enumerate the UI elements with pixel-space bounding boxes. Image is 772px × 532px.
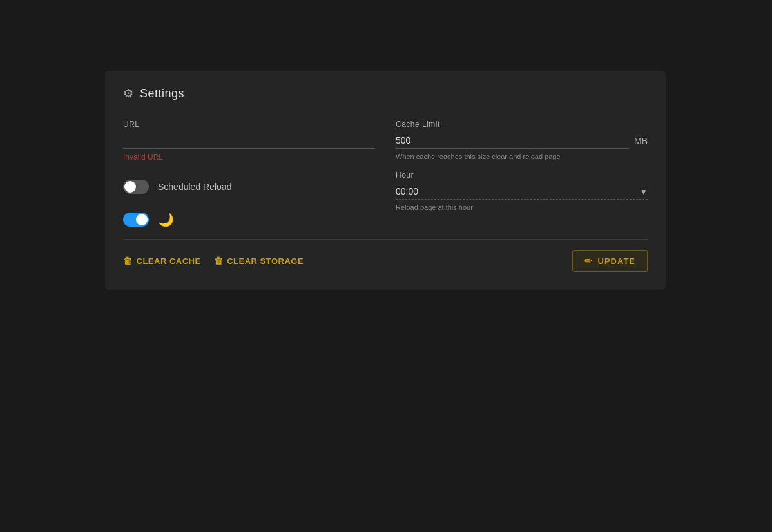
- clear-storage-label: CLEAR STORAGE: [227, 256, 304, 266]
- update-icon: ✏: [584, 256, 593, 266]
- clear-storage-button[interactable]: 🗑 CLEAR STORAGE: [214, 253, 304, 269]
- cache-unit-label: MB: [634, 136, 648, 149]
- cache-limit-group: Cache Limit MB When cache reaches this s…: [396, 120, 648, 160]
- update-label: UPDATE: [598, 256, 635, 266]
- dark-mode-knob: [136, 214, 148, 225]
- hour-helper: Reload page at this hour: [396, 204, 648, 211]
- left-column: URL Invalid URL Scheduled Reload 🌙: [123, 120, 375, 227]
- cache-limit-input[interactable]: [396, 133, 629, 149]
- cache-limit-label: Cache Limit: [396, 120, 648, 129]
- clear-cache-label: CLEAR CACHE: [137, 256, 201, 266]
- settings-panel: ⚙ Settings URL Invalid URL Scheduled Rel…: [105, 71, 666, 290]
- settings-header: ⚙ Settings: [123, 86, 648, 104]
- settings-title: Settings: [140, 87, 184, 100]
- update-button[interactable]: ✏ UPDATE: [572, 250, 648, 272]
- clear-cache-button[interactable]: 🗑 CLEAR CACHE: [123, 253, 201, 269]
- url-field-group: URL Invalid URL: [123, 120, 375, 162]
- scheduled-reload-row: Scheduled Reload: [123, 180, 375, 194]
- gear-icon: ⚙: [123, 86, 133, 100]
- scheduled-reload-label: Scheduled Reload: [158, 182, 231, 192]
- url-error: Invalid URL: [123, 153, 375, 162]
- moon-icon: 🌙: [158, 212, 174, 227]
- hour-select[interactable]: 00:0001:0002:0003:0004:0005:0006:0007:00…: [396, 184, 648, 200]
- hour-select-wrapper: 00:0001:0002:0003:0004:0005:0006:0007:00…: [396, 184, 648, 200]
- dark-mode-row: 🌙: [123, 212, 375, 227]
- dark-mode-toggle[interactable]: [123, 213, 149, 227]
- action-buttons: 🗑 CLEAR CACHE 🗑 CLEAR STORAGE: [123, 253, 304, 269]
- url-label: URL: [123, 120, 375, 129]
- trash-icon-storage: 🗑: [214, 256, 224, 266]
- settings-body: URL Invalid URL Scheduled Reload 🌙: [123, 120, 648, 227]
- bottom-row: 🗑 CLEAR CACHE 🗑 CLEAR STORAGE ✏ UPDATE: [123, 250, 648, 272]
- cache-limit-helper: When cache reaches this size clear and r…: [396, 153, 648, 160]
- trash-icon-cache: 🗑: [123, 256, 133, 266]
- cache-limit-row: MB: [396, 133, 648, 149]
- hour-group: Hour 00:0001:0002:0003:0004:0005:0006:00…: [396, 171, 648, 211]
- right-column: Cache Limit MB When cache reaches this s…: [396, 120, 648, 227]
- toggle-knob: [124, 181, 136, 193]
- scheduled-reload-toggle[interactable]: [123, 180, 149, 194]
- divider: [123, 239, 648, 240]
- hour-label: Hour: [396, 171, 648, 180]
- url-input[interactable]: [123, 133, 375, 149]
